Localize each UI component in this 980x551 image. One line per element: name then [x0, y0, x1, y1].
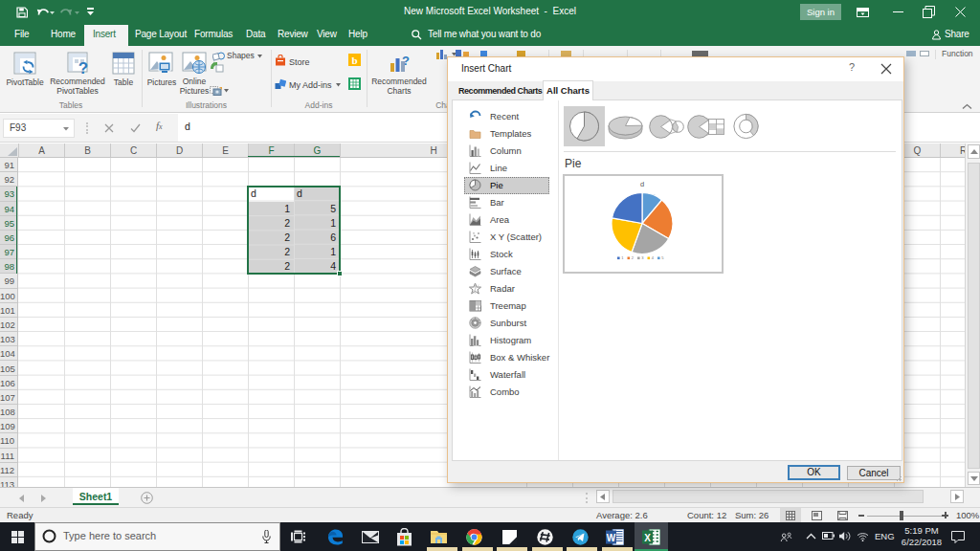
svg-text:3: 3 [641, 255, 644, 260]
svg-text:X: X [644, 533, 651, 543]
svg-text:?: ? [78, 59, 88, 75]
svg-text:4: 4 [652, 255, 655, 260]
svg-text:?: ? [402, 54, 410, 68]
svg-text:1: 1 [621, 255, 624, 260]
svg-text:5: 5 [661, 255, 664, 260]
svg-text:2: 2 [632, 255, 635, 260]
svg-text:d: d [640, 179, 644, 187]
svg-text:W: W [607, 533, 616, 543]
svg-text:b: b [351, 55, 357, 66]
